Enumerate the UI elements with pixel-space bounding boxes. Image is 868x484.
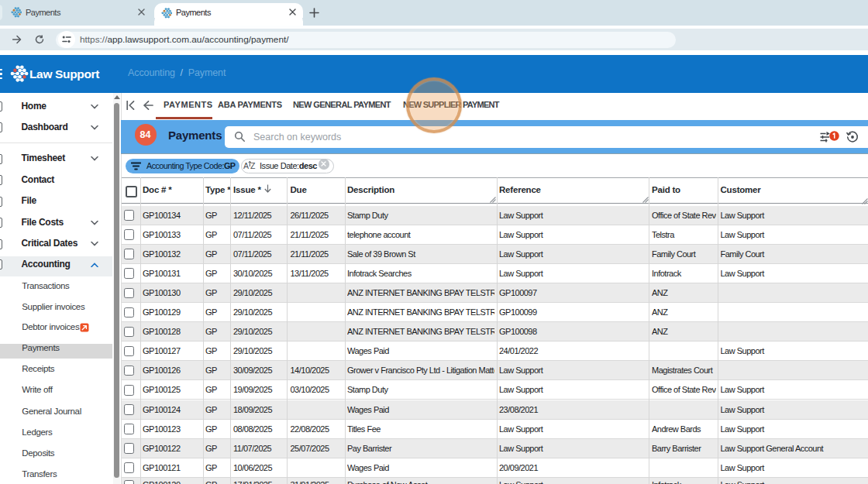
svg-text:A: A: [243, 161, 249, 170]
